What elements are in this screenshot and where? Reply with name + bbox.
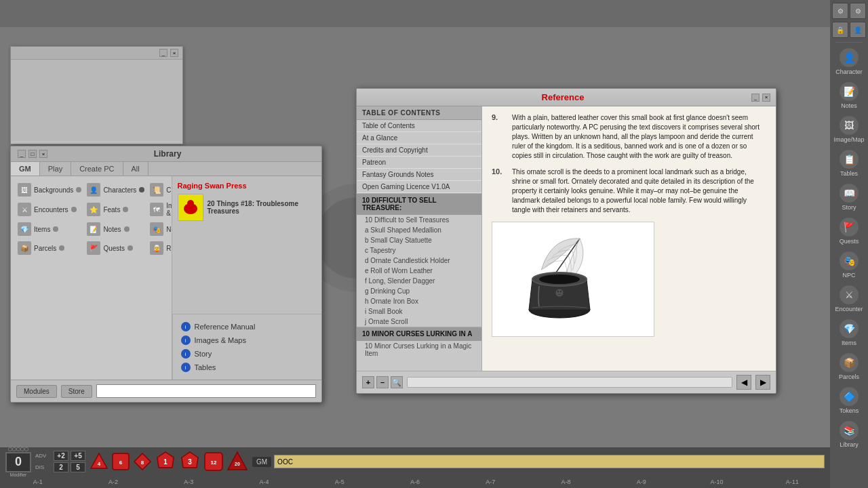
sidebar-item-encounter[interactable]: ⚔ Encounter — [832, 283, 866, 315]
publisher-item[interactable]: 20 Things #18: Troublesome Treasures — [178, 194, 316, 221]
notes-lib-dot — [124, 226, 130, 232]
ref-prev-btn[interactable]: ◀ — [736, 375, 751, 390]
feats-dot — [123, 207, 128, 212]
library-titlebar: _ □ × Library — [11, 146, 321, 162]
encounters-dot — [71, 207, 77, 212]
races-icon: 🧝 — [150, 241, 163, 255]
library-item-notes[interactable]: 📝 Notes — [85, 221, 146, 237]
sidebar-item-notes[interactable]: 📝 Notes — [832, 79, 866, 112]
library-min-btn[interactable]: _ — [18, 150, 26, 158]
library-item-imagesmaps[interactable]: 🗺 Images & Maps — [149, 201, 171, 218]
sidebar-item-parcels[interactable]: 📦 Parcels — [832, 350, 866, 383]
library-max-btn[interactable]: □ — [28, 150, 37, 158]
sidebar-top-icons: ⚙ ⚙ — [832, 3, 866, 19]
modifier-value: 0 — [5, 452, 31, 472]
library-item-quests[interactable]: 🚩 Quests — [85, 240, 146, 256]
toc-sub-difficult[interactable]: 10 Difficult to Sell Treasures — [357, 215, 481, 225]
library-tab-createpc[interactable]: Create PC — [71, 162, 123, 176]
sidebar-item-npc[interactable]: 🎭 NPC — [832, 249, 866, 281]
toc-sub-ironbox[interactable]: h Ornate Iron Box — [357, 296, 481, 306]
toc-sub-clay[interactable]: b Small Clay Statuette — [357, 235, 481, 245]
library-item-parcels[interactable]: 📦 Parcels — [16, 240, 83, 256]
die-d20[interactable]: 20 — [226, 451, 248, 472]
zoom-in-btn[interactable]: + — [362, 376, 374, 388]
library-item-feats[interactable]: ⭐ Feats — [85, 201, 146, 218]
reference-window: Reference _ × TABLE OF CONTENTS Table of… — [356, 88, 776, 394]
lib-right-story[interactable]: i Story — [178, 347, 316, 361]
small-window-min[interactable]: _ — [159, 49, 167, 57]
parcels-icon: 📦 — [840, 353, 859, 372]
dis-label: DIS — [35, 464, 52, 470]
lib-right-tables[interactable]: i Tables — [178, 361, 316, 374]
sidebar-item-tokens[interactable]: 🔷 Tokens — [832, 384, 866, 417]
library-title: Library — [154, 149, 182, 159]
die-d10-3[interactable]: 3 — [179, 451, 201, 472]
toc-item-ogl[interactable]: Open Gaming Licence V1.0A — [357, 181, 481, 193]
notes-lib-label: Notes — [103, 226, 121, 233]
library-item-npcs[interactable]: 🎭 NPCs — [149, 221, 171, 237]
npcs-icon: 🎭 — [150, 222, 163, 236]
library-item-races[interactable]: 🧝 Races — [149, 240, 171, 256]
sidebar-icon-2[interactable]: ⚙ — [850, 3, 866, 19]
sidebar-item-imagemap[interactable]: 🖼 Image/Map — [832, 113, 866, 146]
library-close-btn[interactable]: × — [39, 150, 47, 158]
toc-item-fgnotes[interactable]: Fantasy Grounds Notes — [357, 169, 481, 181]
lib-right-imagesmaps[interactable]: i Images & Maps — [178, 333, 316, 347]
chat-input[interactable] — [274, 455, 825, 468]
modules-button[interactable]: Modules — [16, 385, 57, 398]
die-d8[interactable]: 8 — [133, 452, 152, 471]
library-tab-gm[interactable]: GM — [11, 162, 40, 176]
sidebar-item-story[interactable]: 📖 Story — [832, 181, 866, 214]
search-ref-btn[interactable]: 🔍 — [391, 376, 403, 388]
toc-sub-leather[interactable]: e Roll of Worn Leather — [357, 266, 481, 276]
reference-close-btn[interactable]: × — [762, 94, 770, 102]
store-button[interactable]: Store — [61, 385, 92, 398]
svg-point-10 — [555, 289, 564, 297]
sidebar-icon-1[interactable]: ⚙ — [832, 3, 848, 19]
die-d12[interactable]: 12 — [203, 451, 224, 472]
publisher-item-title: 20 Things #18: Troublesome Treasures — [208, 200, 316, 215]
die-d10-1[interactable]: 1 — [155, 451, 176, 472]
library-tab-all[interactable]: All — [123, 162, 149, 176]
sidebar-item-tables[interactable]: 📋 Tables — [832, 147, 866, 180]
toc-item-contents[interactable]: Table of Contents — [357, 120, 481, 132]
sidebar-item-items[interactable]: 💎 Items — [832, 317, 866, 349]
reference-min-btn[interactable]: _ — [751, 94, 760, 102]
library-item-encounters[interactable]: ⚔ Encounters — [16, 201, 83, 218]
toc-sub-book[interactable]: i Small Book — [357, 306, 481, 317]
ref-next-btn[interactable]: ▶ — [755, 375, 770, 390]
backgrounds-dot — [76, 187, 81, 192]
library-search-input[interactable] — [96, 384, 316, 398]
svg-text:3: 3 — [188, 458, 192, 466]
toc-item-patreon[interactable]: Patreon — [357, 157, 481, 169]
story-right-label: Story — [195, 350, 212, 358]
toc-sub-scroll[interactable]: j Ornate Scroll — [357, 317, 481, 327]
toc-sub-dagger[interactable]: f Long, Slender Dagger — [357, 276, 481, 286]
adv-bonus: +5 — [71, 451, 85, 461]
lib-right-reference[interactable]: i Reference Manual — [178, 320, 316, 333]
toc-sub-cup[interactable]: g Drinking Cup — [357, 286, 481, 296]
svg-point-8 — [539, 274, 580, 284]
library-item-backgrounds[interactable]: 🖼 Backgrounds — [16, 182, 83, 198]
toc-sub-tapestry[interactable]: c Tapestry — [357, 245, 481, 256]
small-window-close[interactable]: × — [170, 49, 178, 57]
dis-bonus: 5 — [71, 462, 85, 472]
toc-sub-curses[interactable]: 10 Minor Curses Lurking in a Magic Item — [357, 341, 481, 359]
sidebar-item-character[interactable]: 👤 Character — [832, 45, 866, 78]
library-item-classes[interactable]: 📜 Classes — [149, 182, 171, 198]
parcels-lib-icon: 📦 — [18, 241, 31, 255]
toc-sub-skull[interactable]: a Skull Shaped Medallion — [357, 225, 481, 235]
die-d6[interactable]: 6 — [111, 452, 130, 471]
library-item-characters[interactable]: 👤 Characters — [85, 182, 146, 198]
zoom-out-btn[interactable]: – — [376, 376, 389, 388]
library-tab-play[interactable]: Play — [40, 162, 71, 176]
sidebar-icon-4[interactable]: 👤 — [850, 22, 866, 38]
toc-item-credits[interactable]: Credits and Copyright — [357, 144, 481, 157]
toc-item-glance[interactable]: At a Glance — [357, 132, 481, 144]
die-d4[interactable]: 4 — [90, 452, 108, 471]
sidebar-item-library[interactable]: 📚 Library — [832, 418, 866, 451]
sidebar-icon-3[interactable]: 🔒 — [832, 22, 848, 38]
toc-sub-candlestick[interactable]: d Ornate Candlestick Holder — [357, 256, 481, 266]
sidebar-item-quests[interactable]: 🚩 Quests — [832, 215, 866, 247]
library-item-items[interactable]: 💎 Items — [16, 221, 83, 237]
